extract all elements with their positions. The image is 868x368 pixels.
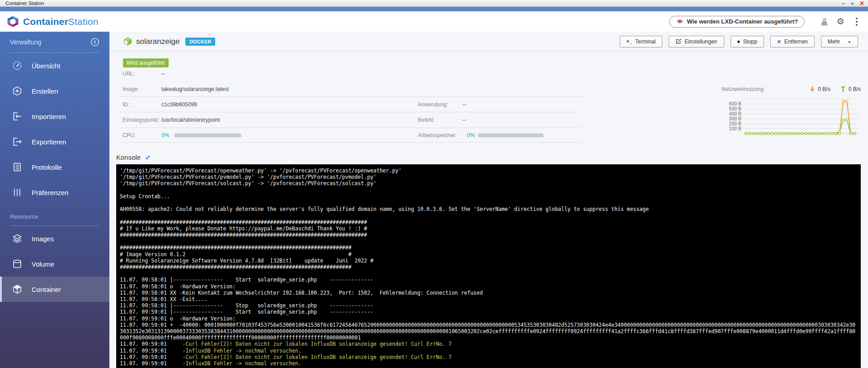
url-label: URL: xyxy=(123,71,135,77)
edit-icon xyxy=(675,38,681,44)
einstiegspunkt-label: Einstiegspunkt: xyxy=(123,117,159,123)
stop-icon: ■ xyxy=(737,39,740,44)
sidebar-item-label: Volume xyxy=(32,260,54,268)
logs-icon xyxy=(12,162,23,172)
console-line xyxy=(120,200,857,206)
sidebar-item-images[interactable]: Images xyxy=(0,226,109,251)
container-station-logo-icon xyxy=(6,15,19,28)
upload-arrow-icon xyxy=(840,86,846,92)
anwendung-label: Anwendung: xyxy=(418,101,448,108)
console-line: ########################################… xyxy=(120,219,857,225)
console-line: 11.07. 09:59:01 -Curl Fehler[2]! Daten n… xyxy=(120,341,857,347)
dropdown-icon: ▼ xyxy=(843,38,851,45)
console-line: 11.07. 09:59:01 |---------------- Start … xyxy=(120,309,857,315)
sidebar-item-volume[interactable]: Volume xyxy=(0,251,109,277)
more-menu-icon[interactable] xyxy=(852,17,862,27)
network-usage-panel: Netzwerknutzung: 0 B/s 0 B/s 600 B500 B4… xyxy=(722,86,861,139)
detail-row-image: Image: takealug/solaranzeige:latest xyxy=(119,81,581,97)
window-accent-strip xyxy=(0,7,868,11)
id-label: ID: xyxy=(123,101,129,108)
network-usage-chart: 600 B500 B400 B300 B200 B100 B xyxy=(722,95,861,137)
console-line: 11.07. 09:59:01 + -40000: 0001000000f701… xyxy=(120,322,857,341)
console-expand-icon[interactable] xyxy=(145,154,151,161)
lxd-icon xyxy=(676,18,684,25)
sidebar-nav-resource: ImagesVolumeContainer xyxy=(0,226,109,302)
remove-icon: × xyxy=(777,39,781,44)
sidebar-item-protokolle[interactable]: Protokolle xyxy=(0,154,109,180)
detail-row-entrypoint: Einstiegspunkt: /usr/local/sbin/entrypoi… xyxy=(119,112,581,128)
sidebar-item-label: Protokolle xyxy=(32,163,62,171)
console-line xyxy=(120,212,857,219)
console-line: 11.07. 09:58:01 |---------------- Start … xyxy=(120,277,857,283)
app-header: ContainerStation Wie werden LXD-Containe… xyxy=(0,11,868,32)
sidebar-item-label: Importieren xyxy=(32,113,66,120)
button-label: Stopp xyxy=(743,38,757,45)
sidebar-item-label: Images xyxy=(32,235,54,243)
sidebar-item-exportieren[interactable]: Exportieren xyxy=(0,129,109,154)
import-icon xyxy=(12,111,23,122)
settings-gear-icon[interactable]: ⚙ xyxy=(835,17,845,27)
container-title-row: solaranzeige DOCKER >_TerminalEinstellun… xyxy=(109,32,868,52)
sidebar-item-bersicht[interactable]: Übersicht xyxy=(0,53,109,78)
einstiegspunkt-value: /usr/local/sbin/entrypoint xyxy=(161,117,220,123)
cpu-label: CPU: xyxy=(123,132,136,139)
entfernen-button[interactable]: ×Entfernen xyxy=(770,36,815,48)
console-line: # If u Like my Work, please Donate https… xyxy=(120,225,857,232)
console-line: 11.07. 09:59:01 o -Hardware Version: xyxy=(120,315,857,322)
console-line: # Running Solaranzeige Software Version … xyxy=(120,258,857,264)
console-line: AH00558: apache2: Could not reliably det… xyxy=(120,206,857,212)
ram-value: 0% xyxy=(467,132,475,139)
stopp-button[interactable]: ■Stopp xyxy=(731,36,764,48)
network-usage-label: Netzwerknutzung: xyxy=(722,86,765,92)
terminal-icon: >_ xyxy=(627,39,632,44)
resource-monitor-icon[interactable] xyxy=(819,17,829,27)
cube-icon xyxy=(12,284,23,295)
container-cube-icon xyxy=(123,37,132,46)
container-details: URL: -- Image: takealug/solaranzeige:lat… xyxy=(119,66,581,143)
id-value: c1c39b605099 xyxy=(161,101,197,108)
lxd-help-button[interactable]: Wie werden LXD-Container ausgeführt? xyxy=(669,16,805,28)
console-line: ########################################… xyxy=(120,232,857,238)
mehr-button[interactable]: Mehr▼ xyxy=(821,36,858,48)
window-minimize-button[interactable]: − xyxy=(842,0,845,6)
cpu-value: 0% xyxy=(161,132,169,139)
console-line: ########################################… xyxy=(120,264,857,270)
console-line: 11.07. 09:59:01 -InfluxDB Fehler -> noch… xyxy=(120,360,857,367)
brand-title: ContainerStation xyxy=(23,16,99,27)
console-line: '/tmp/git/PVForecast/PVForecast/pvmodel.… xyxy=(120,174,857,180)
console-line: 11.07. 09:59:01 -Curl Fehler[2]! Daten n… xyxy=(120,354,857,360)
button-label: Entfernen xyxy=(784,38,808,45)
ram-label: Arbeitsspeicher: xyxy=(418,132,457,139)
einstellungen-button[interactable]: Einstellungen xyxy=(669,36,724,48)
container-name: solaranzeige xyxy=(136,37,179,46)
console-line: '/tmp/git/PVForecast/PVForecast/solcast.… xyxy=(120,180,857,186)
console-line: # Image Version 0.1.2 # xyxy=(120,251,857,258)
image-value: takealug/solaranzeige:latest xyxy=(161,86,229,92)
sidebar-item-importieren[interactable]: Importieren xyxy=(0,104,109,129)
button-label: Mehr xyxy=(828,38,840,45)
sidebar: Verwaltung ÜbersichtErstellenImportieren… xyxy=(0,32,109,368)
console-line xyxy=(120,238,857,244)
sidebar-item-container[interactable]: Container xyxy=(0,277,109,302)
sidebar-item-prferenzen[interactable]: Präferenzen xyxy=(0,180,109,205)
terminal-button[interactable]: >_Terminal xyxy=(620,36,663,48)
upload-rate: 0 B/s xyxy=(849,86,861,92)
export-icon xyxy=(12,136,23,147)
url-value: -- xyxy=(161,71,165,77)
container-actions: >_TerminalEinstellungen■Stopp×EntfernenM… xyxy=(620,36,858,48)
console-line: 11.07. 09:58:01 o -Hardware Version: xyxy=(120,283,857,290)
sidebar-item-erstellen[interactable]: Erstellen xyxy=(0,78,109,104)
window-close-button[interactable]: ✕ xyxy=(859,0,864,6)
sidebar-nav-management: ÜbersichtErstellenImportierenExportieren… xyxy=(0,53,109,205)
window-titlebar: Container Station − + ✕ xyxy=(0,0,868,7)
console-line: 11.07. 09:58:01 XX -Kein Kontakt zum Wec… xyxy=(120,290,857,296)
svg-text:100 B: 100 B xyxy=(729,126,741,131)
console-output[interactable]: '/tmp/git/PVForecast/PVForecast/openweat… xyxy=(116,164,861,368)
window-maximize-button[interactable]: + xyxy=(851,0,854,6)
sidebar-item-label: Übersicht xyxy=(32,62,60,70)
sidebar-item-label: Container xyxy=(32,286,61,293)
button-label: Einstellungen xyxy=(684,38,717,45)
sidebar-collapse-icon[interactable] xyxy=(90,38,99,47)
sidebar-section-management: Verwaltung xyxy=(10,38,41,46)
detail-row-cpu-ram: CPU: 0% Arbeitsspeicher: 0% xyxy=(119,128,581,143)
